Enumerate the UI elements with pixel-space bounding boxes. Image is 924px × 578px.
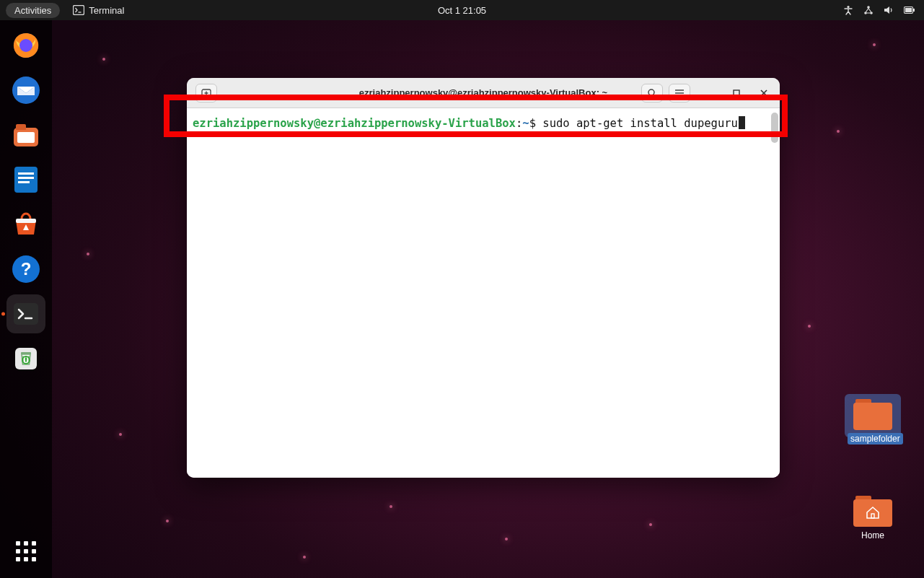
- decorative-star: [303, 556, 306, 559]
- prompt-path: ~: [522, 117, 529, 130]
- maximize-button[interactable]: [728, 84, 745, 102]
- svg-rect-20: [14, 303, 38, 325]
- svg-point-3: [867, 6, 870, 9]
- svg-text:?: ?: [21, 259, 32, 279]
- svg-rect-23: [21, 352, 31, 354]
- trash-icon: [10, 343, 42, 375]
- show-applications-icon: [16, 541, 36, 561]
- folder-icon: [853, 398, 892, 430]
- svg-rect-0: [74, 6, 84, 15]
- ubuntu-software-icon: [10, 209, 42, 240]
- svg-point-4: [864, 12, 867, 14]
- dock-trash[interactable]: [6, 339, 45, 378]
- prompt-user-host: ezriahzippernowsky@ezriahzippernowsky-Vi…: [193, 117, 516, 130]
- svg-rect-35: [734, 90, 739, 96]
- dock-files[interactable]: [6, 115, 45, 154]
- search-icon: [647, 88, 657, 98]
- svg-line-30: [654, 95, 656, 97]
- decorative-star: [837, 130, 840, 133]
- firefox-icon: [10, 30, 42, 61]
- home-folder-icon: [853, 495, 892, 527]
- svg-point-10: [19, 39, 32, 52]
- decorative-star: [808, 325, 811, 328]
- decorative-star: [87, 253, 89, 255]
- close-icon: [760, 89, 768, 97]
- files-icon: [10, 119, 42, 151]
- terminal-icon: [10, 298, 42, 330]
- decorative-star: [102, 58, 105, 61]
- activities-button[interactable]: Activities: [6, 3, 60, 18]
- new-tab-button[interactable]: [195, 84, 217, 102]
- dock-firefox[interactable]: [6, 26, 45, 65]
- dock-ubuntu-software[interactable]: [6, 205, 45, 244]
- new-tab-icon: [201, 88, 211, 98]
- close-button[interactable]: [755, 84, 773, 102]
- desktop-icon-label: Home: [858, 530, 887, 541]
- dock-libreoffice-writer[interactable]: [6, 160, 45, 199]
- decorative-star: [166, 520, 169, 522]
- terminal-app-icon: [73, 5, 84, 15]
- command-text: sudo apt-get install dupeguru: [542, 117, 738, 130]
- dock-show-applications[interactable]: [6, 532, 45, 571]
- minimize-button[interactable]: [700, 84, 718, 102]
- svg-rect-15: [18, 181, 30, 183]
- prompt-dollar: $: [529, 117, 543, 130]
- svg-point-5: [870, 12, 873, 14]
- dock-thunderbird[interactable]: [6, 71, 45, 110]
- active-app-indicator[interactable]: Terminal: [67, 3, 130, 18]
- clock-button[interactable]: Oct 1 21:05: [438, 5, 486, 16]
- svg-rect-12: [14, 167, 38, 193]
- hamburger-icon: [674, 89, 685, 97]
- active-app-label: Terminal: [89, 5, 124, 16]
- help-icon: ?: [10, 253, 42, 285]
- svg-rect-13: [18, 172, 34, 175]
- menu-button[interactable]: [669, 84, 690, 102]
- network-icon: [863, 5, 874, 15]
- system-status-area[interactable]: [843, 5, 918, 15]
- terminal-titlebar[interactable]: ezriahzippernowsky@ezriahzippernowsky-Vi…: [187, 78, 780, 108]
- desktop-icon-label: samplefolder: [848, 433, 903, 445]
- decorative-star: [505, 538, 508, 540]
- terminal-body[interactable]: ezriahzippernowsky@ezriahzippernowsky-Vi…: [187, 108, 780, 478]
- decorative-star: [119, 433, 122, 436]
- desktop-home-folder[interactable]: Home: [848, 495, 898, 541]
- svg-point-29: [648, 89, 654, 95]
- thunderbird-icon: [10, 74, 42, 106]
- dock: ?: [0, 20, 52, 578]
- terminal-scrollbar[interactable]: [771, 113, 778, 143]
- prompt-colon: :: [516, 117, 522, 130]
- maximize-icon: [732, 89, 741, 97]
- decorative-star: [649, 523, 652, 526]
- decorative-star: [873, 43, 876, 46]
- dock-help[interactable]: ?: [6, 250, 45, 289]
- top-bar: Activities Terminal Oct 1 21:05: [0, 0, 924, 20]
- terminal-cursor: [739, 116, 745, 129]
- decorative-star: [390, 505, 392, 508]
- activities-label: Activities: [14, 5, 51, 16]
- minimize-icon: [705, 89, 713, 97]
- libreoffice-writer-icon: [10, 164, 42, 196]
- volume-icon: [884, 5, 894, 15]
- search-button[interactable]: [641, 84, 663, 102]
- terminal-window: ezriahzippernowsky@ezriahzippernowsky-Vi…: [187, 78, 780, 478]
- svg-point-2: [847, 6, 849, 8]
- svg-rect-8: [905, 8, 912, 12]
- battery-icon: [904, 6, 915, 14]
- dock-terminal[interactable]: [6, 294, 45, 333]
- terminal-line: ezriahzippernowsky@ezriahzippernowsky-Vi…: [193, 115, 774, 131]
- desktop-folder-samplefolder[interactable]: samplefolder: [848, 398, 898, 445]
- window-title: ezriahzippernowsky@ezriahzippernowsky-Vi…: [359, 87, 607, 98]
- svg-rect-16: [16, 219, 36, 223]
- accessibility-icon: [843, 5, 853, 15]
- svg-rect-14: [18, 177, 34, 179]
- svg-rect-7: [913, 9, 915, 12]
- clock-text: Oct 1 21:05: [438, 5, 486, 16]
- svg-rect-25: [871, 514, 874, 518]
